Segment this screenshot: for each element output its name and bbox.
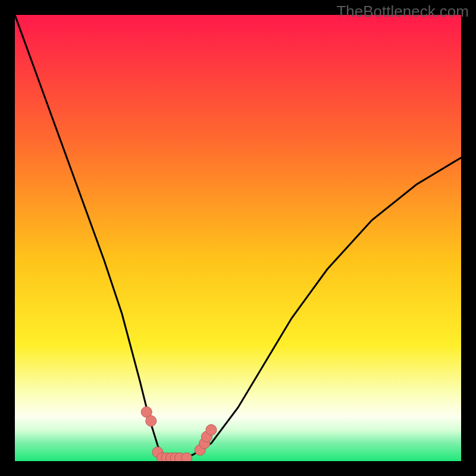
- outer-frame: TheBottleneck.com: [0, 0, 476, 476]
- marker-point: [146, 416, 156, 427]
- gradient-bg: [15, 15, 461, 461]
- marker-point: [206, 425, 217, 436]
- watermark-text: TheBottleneck.com: [336, 2, 469, 21]
- plot-area: [15, 15, 461, 461]
- marker-point: [181, 453, 192, 461]
- chart-svg: [15, 15, 461, 461]
